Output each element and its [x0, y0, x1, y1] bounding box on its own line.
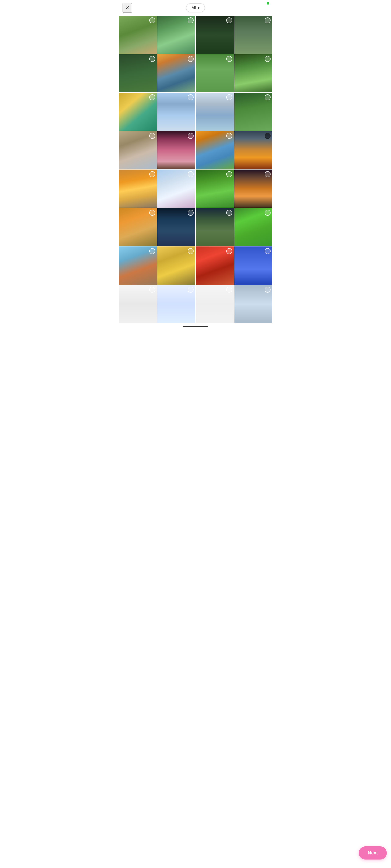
grid-cell-25[interactable]	[157, 246, 196, 285]
select-circle-12[interactable]	[149, 133, 155, 139]
select-circle-31[interactable]	[265, 287, 271, 293]
chevron-down-icon: ▾	[198, 5, 200, 10]
filter-label: All	[191, 6, 196, 10]
grid-cell-19[interactable]	[234, 169, 272, 208]
bottom-bar	[118, 323, 273, 332]
grid-cell-5[interactable]	[157, 54, 196, 92]
grid-cell-22[interactable]	[196, 208, 234, 246]
status-dot	[267, 2, 269, 5]
filter-pill[interactable]: All ▾	[186, 3, 205, 12]
grid-cell-28[interactable]	[119, 285, 157, 323]
home-indicator	[183, 326, 208, 327]
grid-cell-1[interactable]	[157, 16, 196, 54]
select-circle-1[interactable]	[188, 18, 193, 23]
select-circle-0[interactable]	[149, 18, 155, 23]
select-circle-24[interactable]	[149, 248, 155, 254]
select-circle-19[interactable]	[265, 171, 271, 177]
select-circle-4[interactable]	[149, 56, 155, 62]
grid-cell-20[interactable]	[119, 208, 157, 246]
select-circle-11[interactable]	[265, 94, 271, 100]
grid-cell-29[interactable]	[157, 285, 196, 323]
grid-cell-6[interactable]	[196, 54, 234, 92]
select-circle-6[interactable]	[226, 56, 232, 62]
select-circle-29[interactable]	[188, 287, 193, 293]
select-circle-14[interactable]	[226, 133, 232, 139]
select-circle-23[interactable]	[265, 210, 271, 216]
image-grid	[118, 16, 273, 323]
grid-cell-8[interactable]	[119, 93, 157, 131]
grid-cell-13[interactable]	[157, 131, 196, 169]
grid-cell-23[interactable]	[234, 208, 272, 246]
select-circle-21[interactable]	[188, 210, 193, 216]
select-circle-15[interactable]	[265, 133, 271, 139]
grid-cell-17[interactable]	[157, 169, 196, 208]
top-bar: ✕ All ▾	[118, 0, 273, 16]
grid-cell-21[interactable]	[157, 208, 196, 246]
select-circle-26[interactable]	[226, 248, 232, 254]
select-circle-2[interactable]	[226, 18, 232, 23]
select-circle-7[interactable]	[265, 56, 271, 62]
select-circle-13[interactable]	[188, 133, 193, 139]
select-circle-25[interactable]	[188, 248, 193, 254]
grid-cell-24[interactable]	[119, 246, 157, 285]
grid-cell-27[interactable]	[234, 246, 272, 285]
grid-cell-0[interactable]	[119, 16, 157, 54]
select-circle-30[interactable]	[226, 287, 232, 293]
grid-cell-14[interactable]	[196, 131, 234, 169]
close-button[interactable]: ✕	[123, 3, 132, 12]
select-circle-8[interactable]	[149, 94, 155, 100]
select-circle-28[interactable]	[149, 287, 155, 293]
grid-cell-31[interactable]	[234, 285, 272, 323]
select-circle-16[interactable]	[149, 171, 155, 177]
grid-cell-11[interactable]	[234, 93, 272, 131]
select-circle-17[interactable]	[188, 171, 193, 177]
grid-cell-3[interactable]	[234, 16, 272, 54]
grid-cell-15[interactable]	[234, 131, 272, 169]
grid-cell-7[interactable]	[234, 54, 272, 92]
select-circle-9[interactable]	[188, 94, 193, 100]
select-circle-10[interactable]	[226, 94, 232, 100]
close-icon: ✕	[125, 5, 129, 11]
select-circle-27[interactable]	[265, 248, 271, 254]
grid-cell-12[interactable]	[119, 131, 157, 169]
grid-cell-30[interactable]	[196, 285, 234, 323]
select-circle-3[interactable]	[265, 18, 271, 23]
grid-cell-16[interactable]	[119, 169, 157, 208]
grid-cell-2[interactable]	[196, 16, 234, 54]
select-circle-5[interactable]	[188, 56, 193, 62]
grid-cell-9[interactable]	[157, 93, 196, 131]
grid-cell-18[interactable]	[196, 169, 234, 208]
select-circle-18[interactable]	[226, 171, 232, 177]
grid-cell-26[interactable]	[196, 246, 234, 285]
select-circle-20[interactable]	[149, 210, 155, 216]
select-circle-22[interactable]	[226, 210, 232, 216]
grid-cell-4[interactable]	[119, 54, 157, 92]
grid-cell-10[interactable]	[196, 93, 234, 131]
